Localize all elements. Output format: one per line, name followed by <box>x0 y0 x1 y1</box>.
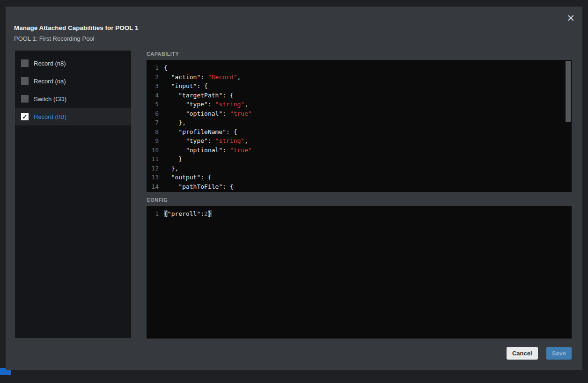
line-number: 8 <box>147 127 159 137</box>
code-text: "profileName": { <box>164 127 237 137</box>
code-line: 2 "action": "Record", <box>147 73 572 82</box>
code-text: {"preroll":2} <box>164 209 212 219</box>
code-text: "action": "Record", <box>164 73 241 82</box>
code-line: 8 "profileName": { <box>147 127 572 137</box>
line-number: 10 <box>147 146 159 155</box>
checkbox-unchecked-icon[interactable] <box>21 59 29 67</box>
code-line: 11 } <box>147 155 572 164</box>
cancel-button[interactable]: Cancel <box>507 347 538 360</box>
line-number: 5 <box>147 100 159 109</box>
line-number: 2 <box>147 73 159 82</box>
capability-list-item[interactable]: Record (n8) <box>15 54 131 72</box>
config-section-label: CONFIG <box>147 197 168 203</box>
capability-item-label: Record (oa) <box>34 78 66 85</box>
line-number: 3 <box>147 81 159 91</box>
code-text: "input": { <box>164 81 208 91</box>
line-number: 7 <box>147 118 159 127</box>
capability-item-label: Record (0B) <box>34 113 66 120</box>
capability-list-item[interactable]: Switch (GD) <box>15 90 131 108</box>
capability-list-item[interactable]: ✓Record (0B) <box>15 108 131 125</box>
code-text: "targetPath": { <box>164 91 234 100</box>
code-line: 1{"preroll":2} <box>147 209 572 219</box>
code-line: 5 "type": "string", <box>147 100 572 109</box>
code-text: } <box>164 155 182 164</box>
code-text: "optional": "true" <box>164 146 252 155</box>
capability-code-editor[interactable]: 1{2 "action": "Record",3 "input": {4 "ta… <box>147 60 572 192</box>
capability-list-item[interactable]: Record (oa) <box>15 72 131 90</box>
line-number: 1 <box>147 63 159 73</box>
code-line: 13 "output": { <box>147 173 572 182</box>
code-line: 4 "targetPath": { <box>147 91 572 100</box>
code-text: }, <box>164 118 186 127</box>
code-line: 9 "type": "string", <box>147 136 572 146</box>
checkbox-unchecked-icon[interactable] <box>21 95 29 103</box>
modal-subtitle: POOL 1: First Recording Pool <box>14 35 94 42</box>
code-line: 10 "optional": "true" <box>147 146 572 155</box>
code-text: "type": "string", <box>164 100 248 109</box>
code-text: { <box>164 63 168 73</box>
line-number: 11 <box>147 155 159 164</box>
close-icon[interactable]: ✕ <box>566 13 575 23</box>
code-line: 12 }, <box>147 164 572 173</box>
line-number: 6 <box>147 109 159 118</box>
capability-section-label: CAPABILITY <box>147 51 179 57</box>
line-number: 1 <box>147 209 159 219</box>
code-text: }, <box>164 164 178 173</box>
code-line: 1{ <box>147 63 572 73</box>
line-number: 14 <box>147 182 159 192</box>
checkbox-checked-icon[interactable]: ✓ <box>21 113 29 120</box>
capability-item-label: Record (n8) <box>34 60 66 67</box>
code-text: "output": { <box>164 173 212 182</box>
code-line: 3 "input": { <box>147 81 572 91</box>
line-number: 13 <box>147 173 159 182</box>
capabilities-list: Record (n8)Record (oa)Switch (GD)✓Record… <box>15 51 131 338</box>
code-text: "type": "string", <box>164 136 248 146</box>
editor-scrollbar[interactable] <box>566 61 571 122</box>
line-number: 12 <box>147 164 159 173</box>
capability-item-label: Switch (GD) <box>34 96 66 103</box>
line-number: 9 <box>147 136 159 146</box>
save-button[interactable]: Save <box>546 347 572 360</box>
code-line: 7 }, <box>147 118 572 127</box>
code-line: 6 "optional": "true" <box>147 109 572 118</box>
modal-footer: Cancel Save <box>507 347 572 360</box>
modal-title: Manage Attached Capabilities for POOL 1 <box>14 24 139 31</box>
code-line: 14 "pathToFile": { <box>147 182 572 192</box>
config-code-editor[interactable]: 1{"preroll":2} <box>147 206 572 339</box>
manage-capabilities-modal: ✕ Manage Attached Capabilities for POOL … <box>6 7 582 370</box>
code-text: "optional": "true" <box>164 109 252 118</box>
line-number: 4 <box>147 91 159 100</box>
code-text: "pathToFile": { <box>164 182 234 192</box>
checkbox-unchecked-icon[interactable] <box>21 77 29 85</box>
